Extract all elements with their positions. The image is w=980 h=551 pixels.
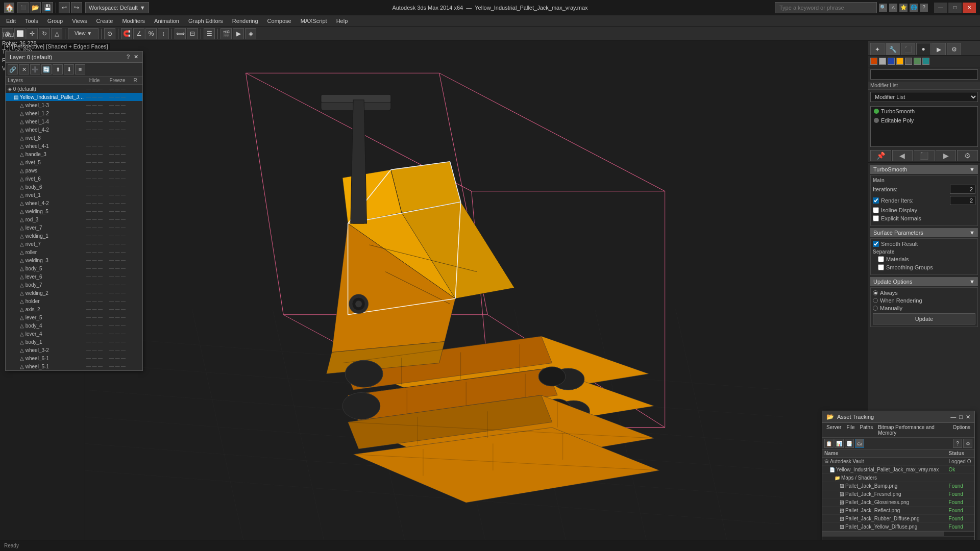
layer-item[interactable]: △ lever_4— — —— — — (6, 330, 142, 338)
workspace-selector[interactable]: Workspace: Default ▼ (85, 2, 149, 13)
align-btn[interactable]: ⊟ (187, 28, 198, 39)
redo-btn[interactable]: ↪ (71, 2, 82, 13)
explicit-normals-checkbox[interactable] (873, 215, 879, 221)
layer-item[interactable]: △ axis_2— — —— — — (6, 305, 142, 313)
turbosmooth-header[interactable]: TurboSmooth ▼ (870, 165, 978, 174)
search-input[interactable] (775, 2, 877, 13)
asset-menu-file[interactable]: File (844, 424, 856, 436)
smoothing-groups-checkbox[interactable] (878, 264, 884, 270)
layer-item[interactable]: △ welding_2— — —— — — (6, 289, 142, 297)
asset-table-row[interactable]: 🖼Pallet_Jack_Glossiness.pngFound (822, 498, 974, 507)
undo-btn[interactable]: ↩ (59, 2, 70, 13)
layer-dialog-question[interactable]: ? (127, 54, 130, 60)
asset-scrollbar[interactable] (822, 531, 974, 536)
layer-item[interactable]: △ rivet_7— — —— — — (6, 240, 142, 248)
save-btn[interactable]: 💾 (42, 2, 53, 13)
menu-compose[interactable]: Compose (263, 17, 296, 25)
new-btn[interactable]: ⬛ (17, 2, 29, 13)
asset-tb-help[interactable]: ? (953, 439, 962, 448)
menu-graph-editors[interactable]: Graph Editors (184, 17, 227, 25)
material-editor-btn[interactable]: ◈ (245, 28, 256, 39)
isoline-checkbox[interactable] (873, 207, 879, 213)
layer-item[interactable]: △ rivet_6— — —— — — (6, 174, 142, 183)
asset-table-row[interactable]: 📁Maps / Shaders (822, 474, 974, 482)
layer-item[interactable]: △ wheel_4-2— — —— — — (6, 126, 142, 134)
layer-item[interactable]: △ lever_5— — —— — — (6, 313, 142, 321)
when-rendering-radio[interactable] (873, 298, 878, 303)
cmd-nav-expand[interactable]: ⬛ (914, 150, 935, 161)
cmd-tab-create[interactable]: ✦ (870, 43, 885, 55)
layer-item[interactable]: △ wheel_5-1— — —— — — (6, 362, 142, 370)
update-btn[interactable]: Update (873, 313, 975, 324)
layer-tb-delete[interactable]: ✕ (19, 64, 29, 74)
layer-item[interactable]: △ handle_3— — —— — — (6, 150, 142, 158)
layer-item[interactable]: △ wheel_1-3— — —— — — (6, 101, 142, 109)
scale-btn[interactable]: △ (51, 28, 62, 39)
render-btn[interactable]: ▶ (233, 28, 244, 39)
asset-tb-btn3[interactable]: 📑 (845, 439, 854, 448)
color-swatch-3[interactable] (888, 58, 895, 65)
layer-item[interactable]: ▤ Yellow_Industrial_Pallet_Jack— — —— — … (6, 93, 142, 101)
layer-item[interactable]: △ body_6— — —— — — (6, 183, 142, 191)
asset-table-row[interactable]: 🏛Autodesk VaultLogged O (822, 458, 974, 466)
asset-menu-options[interactable]: Options (951, 424, 972, 436)
layer-dialog-close[interactable]: ✕ (134, 54, 138, 60)
close-btn[interactable]: ✕ (963, 3, 976, 13)
iterations-input[interactable] (950, 185, 975, 194)
layer-item[interactable]: △ holder— — —— — — (6, 297, 142, 305)
asset-menu-server[interactable]: Server (824, 424, 843, 436)
layer-item[interactable]: △ rod_3— — —— — — (6, 215, 142, 223)
search-btn2[interactable]: A (889, 4, 897, 12)
search-btn3[interactable]: ⭐ (899, 4, 908, 12)
layer-item[interactable]: △ rivet_1— — —— — — (6, 191, 142, 199)
render-iters-checkbox[interactable] (873, 197, 879, 204)
layer-item[interactable]: △ wheel_3-2— — —— — — (6, 346, 142, 354)
smooth-result-checkbox[interactable] (873, 241, 879, 247)
asset-tb-btn1[interactable]: 📋 (824, 439, 834, 448)
layer-item[interactable]: ◈ 0 (default)— — —— — — (6, 85, 142, 93)
maximize-btn[interactable]: □ (948, 3, 962, 13)
cmd-tab-modify[interactable]: 🔧 (886, 43, 900, 55)
menu-modifiers[interactable]: Modifiers (118, 17, 149, 25)
color-swatch-6[interactable] (914, 58, 921, 65)
minimize-btn[interactable]: — (934, 3, 947, 13)
menu-maxscript[interactable]: MAXScript (297, 17, 331, 25)
layer-item[interactable]: △ wheel_6-1— — —— — — (6, 354, 142, 362)
menu-tools[interactable]: Tools (21, 17, 42, 25)
cmd-nav-pin[interactable]: 📌 (870, 150, 891, 161)
layer-item[interactable]: △ welding_1— — —— — — (6, 232, 142, 240)
cmd-nav-next[interactable]: ▶ (936, 150, 957, 161)
search-btn4[interactable]: 🌐 (910, 4, 918, 12)
pivot-btn[interactable]: ⊙ (104, 28, 115, 39)
open-btn[interactable]: 📂 (30, 2, 41, 13)
layer-item[interactable]: △ rivet_5— — —— — — (6, 158, 142, 166)
layer-item[interactable]: △ roller— — —— — — (6, 248, 142, 256)
layer-list[interactable]: ◈ 0 (default)— — —— — —▤ Yellow_Industri… (6, 85, 142, 370)
ref-coord-btn[interactable]: View ▼ (68, 28, 99, 39)
surface-params-header[interactable]: Surface Parameters ▼ (870, 228, 978, 237)
materials-checkbox[interactable] (878, 256, 884, 262)
layer-item[interactable]: △ wheel_4-2— — —— — — (6, 199, 142, 207)
layer-item[interactable]: △ rivet_8— — —— — — (6, 134, 142, 142)
color-swatch-4[interactable] (896, 58, 903, 65)
asset-menu-paths[interactable]: Paths (858, 424, 875, 436)
modifier-dropdown[interactable]: Modifier List (870, 92, 978, 102)
layer-item[interactable]: △ paws— — —— — — (6, 166, 142, 174)
layer-tb-menu[interactable]: ≡ (75, 64, 85, 74)
mirror-btn[interactable]: ⟺ (175, 28, 186, 39)
render-setup-btn[interactable]: 🎬 (220, 28, 232, 39)
search-icon[interactable]: 🔍 (879, 4, 887, 12)
asset-menu-bitmap[interactable]: Bitmap Performance and Memory (876, 424, 949, 436)
layer-item[interactable]: △ body_4— — —— — — (6, 321, 142, 330)
menu-edit[interactable]: Edit (2, 17, 20, 25)
cmd-tab-utilities[interactable]: ⚙ (947, 43, 961, 55)
cmd-nav-prev[interactable]: ◀ (892, 150, 913, 161)
asset-table-row[interactable]: 🖼Pallet_Jack_Yellow_Diffuse.pngFound (822, 523, 974, 531)
layer-mgr-btn[interactable]: ☰ (204, 28, 215, 39)
menu-animation[interactable]: Animation (150, 17, 183, 25)
asset-max-btn[interactable]: □ (959, 414, 963, 420)
asset-tb-btn4[interactable]: 🗂 (855, 439, 864, 448)
asset-min-btn[interactable]: — (950, 414, 956, 420)
color-swatch-5[interactable] (905, 58, 912, 65)
layer-item[interactable]: △ wheel_4-1— — —— — — (6, 142, 142, 150)
